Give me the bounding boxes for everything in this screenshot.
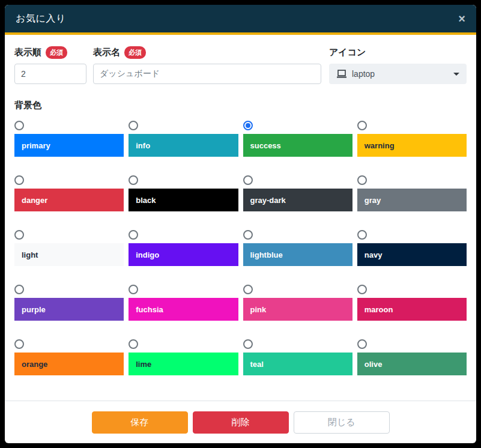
color-option: danger <box>14 175 124 211</box>
color-radio[interactable] <box>14 121 24 130</box>
form-row: 表示順 必須 表示名 必須 アイコン <box>14 46 467 84</box>
color-swatch[interactable]: navy <box>357 243 467 266</box>
color-option: pink <box>243 285 352 321</box>
color-swatch[interactable]: danger <box>14 189 124 211</box>
color-radio[interactable] <box>129 339 138 349</box>
background-color-section-label: 背景色 <box>14 100 467 111</box>
color-option: warning <box>357 121 467 157</box>
color-swatch[interactable]: indigo <box>129 243 238 266</box>
color-swatch[interactable]: info <box>129 134 238 157</box>
color-option: teal <box>243 339 352 375</box>
modal-body: 表示順 必須 表示名 必須 アイコン <box>5 35 476 386</box>
color-option: indigo <box>129 230 238 266</box>
color-radio[interactable] <box>243 121 253 130</box>
display-name-label: 表示名 <box>93 47 120 58</box>
laptop-icon <box>336 70 347 79</box>
color-option: maroon <box>357 285 467 321</box>
color-swatch[interactable]: gray <box>357 189 467 211</box>
color-radio[interactable] <box>243 285 253 294</box>
color-radio[interactable] <box>357 285 367 294</box>
color-radio[interactable] <box>14 285 24 294</box>
icon-field-group: アイコン laptop <box>329 46 467 84</box>
modal-footer: 保存 削除 閉じる <box>5 401 476 443</box>
background-color-grid: primary info success warning danger <box>14 121 467 375</box>
color-swatch[interactable]: orange <box>14 353 124 375</box>
color-radio[interactable] <box>14 230 24 240</box>
color-radio[interactable] <box>129 230 138 240</box>
display-order-field-group: 表示順 必須 <box>14 46 86 84</box>
color-option: orange <box>14 339 124 375</box>
color-swatch[interactable]: gray-dark <box>243 189 352 211</box>
close-button[interactable]: 閉じる <box>294 411 390 434</box>
color-option: light <box>14 230 124 266</box>
color-swatch[interactable]: warning <box>357 134 467 157</box>
color-radio[interactable] <box>357 175 367 185</box>
color-option: info <box>129 121 238 157</box>
color-radio[interactable] <box>129 121 138 130</box>
color-option: olive <box>357 339 467 375</box>
color-radio[interactable] <box>243 175 253 185</box>
color-radio[interactable] <box>243 230 253 240</box>
color-swatch[interactable]: black <box>129 189 238 211</box>
color-option: success <box>243 121 352 157</box>
display-name-field-group: 表示名 必須 <box>93 46 321 84</box>
color-option: gray <box>357 175 467 211</box>
required-badge: 必須 <box>124 46 146 59</box>
color-option: lightblue <box>243 230 352 266</box>
color-swatch[interactable]: purple <box>14 298 124 321</box>
color-radio[interactable] <box>14 175 24 185</box>
color-option: lime <box>129 339 238 375</box>
color-radio[interactable] <box>357 121 367 130</box>
color-option: gray-dark <box>243 175 352 211</box>
modal-title: お気に入り <box>16 13 66 25</box>
color-option: black <box>129 175 238 211</box>
color-radio[interactable] <box>129 175 138 185</box>
color-option: purple <box>14 285 124 321</box>
color-swatch[interactable]: primary <box>14 134 124 157</box>
color-swatch[interactable]: fuchsia <box>129 298 238 321</box>
color-swatch[interactable]: teal <box>243 353 352 375</box>
color-swatch[interactable]: lime <box>129 353 238 375</box>
display-name-input[interactable] <box>93 64 321 84</box>
color-swatch[interactable]: olive <box>357 353 467 375</box>
icon-select[interactable]: laptop <box>329 64 467 84</box>
color-option: navy <box>357 230 467 266</box>
delete-button[interactable]: 削除 <box>193 411 289 434</box>
save-button[interactable]: 保存 <box>92 411 188 434</box>
display-order-input[interactable] <box>14 64 86 84</box>
color-swatch[interactable]: success <box>243 134 352 157</box>
color-radio[interactable] <box>357 339 367 349</box>
close-icon[interactable]: × <box>458 13 465 25</box>
color-radio[interactable] <box>14 339 24 349</box>
color-swatch[interactable]: pink <box>243 298 352 321</box>
color-option: primary <box>14 121 124 157</box>
color-option: fuchsia <box>129 285 238 321</box>
color-swatch[interactable]: maroon <box>357 298 467 321</box>
icon-label: アイコン <box>329 47 366 58</box>
color-swatch[interactable]: light <box>14 243 124 266</box>
color-radio[interactable] <box>243 339 253 349</box>
color-swatch[interactable]: lightblue <box>243 243 352 266</box>
chevron-down-icon <box>453 73 459 76</box>
required-badge: 必須 <box>46 46 67 59</box>
favorites-modal: お気に入り × 表示順 必須 表示名 必須 アイコン <box>5 5 476 443</box>
icon-select-value: laptop <box>352 69 449 79</box>
color-radio[interactable] <box>357 230 367 240</box>
modal-header: お気に入り × <box>5 5 476 35</box>
display-order-label: 表示順 <box>14 47 41 58</box>
color-radio[interactable] <box>129 285 138 294</box>
